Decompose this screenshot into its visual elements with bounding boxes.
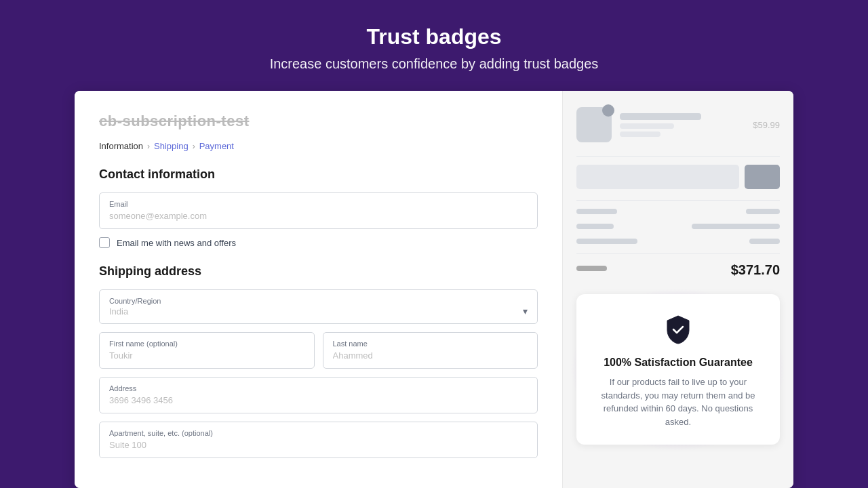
shipping-section-title: Shipping address <box>99 264 538 279</box>
first-name-input[interactable] <box>109 350 304 361</box>
hero-subtitle: Increase customers confidence by adding … <box>270 56 599 72</box>
breadcrumb-information[interactable]: Information <box>99 141 143 151</box>
contact-section-title: Contact information <box>99 167 538 182</box>
last-name-input[interactable] <box>333 350 528 361</box>
address-input[interactable] <box>109 395 528 405</box>
trust-badge-card: 100% Satisfaction Guarantee If our produ… <box>576 294 780 445</box>
address-label: Address <box>109 384 528 392</box>
breadcrumb-sep-1: › <box>147 142 150 151</box>
left-panel: cb-subscription-test Information › Shipp… <box>75 91 563 488</box>
total-label-blurred <box>576 266 607 271</box>
item-details <box>620 113 745 137</box>
order-item: $59.99 <box>576 107 780 142</box>
subtotal-label-blurred <box>576 209 617 214</box>
email-input[interactable] <box>109 211 528 221</box>
last-name-field: Last name <box>323 332 538 369</box>
country-chevron-icon: ▾ <box>523 306 528 317</box>
hero-section: Trust badges Increase customers confiden… <box>256 0 612 91</box>
breadcrumb: Information › Shipping › Payment <box>99 141 538 151</box>
total-value: $371.70 <box>731 262 780 278</box>
item-sub1-blurred <box>620 123 674 129</box>
apt-input[interactable] <box>109 440 528 450</box>
divider-1 <box>576 156 780 157</box>
subtotal-row <box>576 209 780 218</box>
email-label: Email <box>109 200 528 208</box>
hero-title: Trust badges <box>270 24 599 49</box>
item-thumbnail <box>576 107 612 142</box>
main-container: cb-subscription-test Information › Shipp… <box>75 91 793 488</box>
first-name-label: First name (optional) <box>109 340 304 348</box>
breadcrumb-shipping[interactable]: Shipping <box>154 141 189 151</box>
email-field-wrapper: Email <box>99 192 538 229</box>
total-row: $371.70 <box>576 253 780 283</box>
store-name: cb-subscription-test <box>99 113 538 130</box>
trust-badge-text: If our products fail to live up to your … <box>593 375 764 428</box>
last-name-label: Last name <box>333 340 528 348</box>
discount-value-blurred <box>749 239 780 244</box>
breadcrumb-payment[interactable]: Payment <box>199 141 234 151</box>
shield-checkmark-icon <box>662 313 694 346</box>
coupon-apply-button[interactable] <box>745 165 780 189</box>
newsletter-label: Email me with news and offers <box>117 238 236 248</box>
apt-field: Apartment, suite, etc. (optional) <box>99 422 538 458</box>
trust-badge-wrapper: 100% Satisfaction Guarantee If our produ… <box>576 294 780 445</box>
shipping-label-blurred <box>576 224 614 229</box>
item-name-blurred <box>620 113 701 120</box>
coupon-row <box>576 165 780 189</box>
divider-2 <box>576 200 780 201</box>
country-label: Country/Region <box>109 297 523 305</box>
name-row: First name (optional) Last name <box>99 332 538 369</box>
newsletter-checkbox-row: Email me with news and offers <box>99 237 538 248</box>
country-select[interactable]: Country/Region India ▾ <box>99 289 538 324</box>
first-name-field: First name (optional) <box>99 332 315 369</box>
right-panel: $59.99 $371.70 <box>563 91 793 488</box>
item-sub2-blurred <box>620 131 660 137</box>
discount-label-blurred <box>576 239 637 244</box>
address-field: Address <box>99 377 538 413</box>
shipping-value-blurred <box>692 224 780 229</box>
shield-icon-wrapper <box>593 313 764 348</box>
newsletter-checkbox[interactable] <box>99 237 110 248</box>
discount-row <box>576 239 780 248</box>
subtotal-value-blurred <box>746 209 780 214</box>
coupon-input[interactable] <box>576 165 739 189</box>
shipping-row <box>576 224 780 233</box>
apt-label: Apartment, suite, etc. (optional) <box>109 429 528 437</box>
item-price: $59.99 <box>753 120 780 130</box>
breadcrumb-sep-2: › <box>193 142 195 151</box>
trust-badge-title: 100% Satisfaction Guarantee <box>593 357 764 369</box>
country-value: India <box>109 306 523 317</box>
shipping-section: Shipping address Country/Region India ▾ … <box>99 264 538 458</box>
